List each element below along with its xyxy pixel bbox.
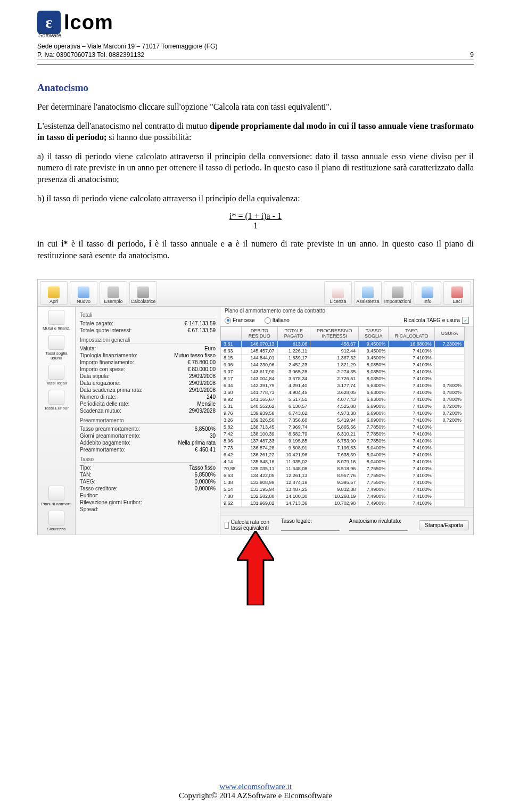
table-row[interactable]: 6,34142.391,794.291,403.177,746,6300%7,4… [221, 382, 465, 389]
table-header: USURA [434, 327, 464, 341]
stampa-button[interactable]: Stampa/Esporta [419, 520, 469, 530]
paragraph: Per determinare l'anatocismo cliccare su… [37, 101, 474, 113]
toolbar-icon [48, 286, 60, 298]
table-row[interactable]: 9,62131.969,8214.713,3610.702,987,4900%7… [221, 500, 465, 507]
toolbar-button-impostazioni[interactable]: Impostazioni [384, 281, 411, 305]
table-row[interactable]: 8,15144.844,011.839,171.367,329,4500%7,4… [221, 355, 465, 362]
toolbar-icon [422, 286, 433, 298]
group-label: Tasso [80, 456, 216, 463]
checkbox-icon [225, 522, 229, 529]
group-label: Preammortamento [80, 417, 216, 424]
toolbar-button-assistenza[interactable]: Assistenza [354, 281, 382, 305]
table-row[interactable]: 8,17143.004,843.678,342.726,518,0850%7,4… [221, 375, 465, 382]
toolbar-button-nuovo[interactable]: Nuovo [70, 281, 97, 305]
divider [37, 60, 474, 60]
paragraph: L'esistenza dell'anatocismo nel contratt… [37, 120, 474, 143]
field-value: € 67.133,59 [187, 327, 216, 333]
toolbar-button-apri[interactable]: Apri [40, 281, 68, 305]
table-row[interactable]: 5,31140.552,626.130,574.525,886,6900%7,4… [221, 403, 465, 410]
logo: ε lcom [37, 11, 474, 34]
copyright: Copyright© 2014 AZSoftware e Elcomsoftwa… [179, 791, 332, 800]
paragraph: in cui i* è il tasso di periodo, i è il … [37, 238, 474, 261]
toolbar-icon [332, 286, 344, 298]
table-row[interactable]: 3,26139.326,507.356,685.419,946,6900%7,4… [221, 417, 465, 424]
nav-item[interactable]: Piani di ammort. [39, 486, 73, 506]
group-label: Impostazioni generali [80, 337, 216, 343]
paragraph: a) il tasso di periodo viene calcolato a… [37, 151, 474, 185]
section-title: Anatocismo [37, 82, 474, 94]
table-row[interactable]: 7,42138.100,398.582,796.310,217,7850%7,4… [221, 431, 465, 438]
table-row[interactable]: 6,33145.457,071.226,11912,449,4500%7,410… [221, 348, 465, 355]
page-number: 9 [470, 51, 474, 59]
table-row[interactable]: 6,63134.422,0512.261,138.957,767,7550%7,… [221, 472, 465, 479]
toolbar-icon [78, 286, 89, 298]
svg-marker-0 [237, 531, 274, 605]
app-screenshot: ApriNuovoEsempioCalcolatrice LicenzaAssi… [37, 279, 474, 535]
logo-wordmark: lcom [64, 11, 113, 34]
toolbar-button-info[interactable]: Info [414, 281, 441, 305]
table-row[interactable]: 9,06144.230,962.452,231.821,298,0850%7,4… [221, 362, 465, 368]
formula: i* = (1 + i)a - 1 1 [37, 211, 474, 231]
table-row[interactable]: 5,14133.195,9413.487,259.832,387,4900%7,… [221, 486, 465, 493]
table-row[interactable]: 4,14135.648,1611.035,028.079,168,0400%7,… [221, 458, 465, 465]
footer-link[interactable]: www.elcomsoftware.it [219, 782, 292, 791]
scrollbar-horizontal[interactable] [220, 507, 473, 515]
radio-dot-icon [265, 317, 271, 324]
calc-equiv-checkbox[interactable]: Calcola rata con tassi equivalenti [225, 519, 271, 531]
table-row[interactable]: 9,76139.939,566.743,624.973,386,6900%7,4… [221, 410, 465, 417]
paragraph: b) il tasso di periodo viene calcolato a… [37, 193, 474, 204]
page-header: ε lcom Software Sede operativa – Viale M… [37, 11, 474, 68]
callout-arrow-icon [37, 531, 474, 605]
toolbar-right: LicenzaAssistenzaImpostazioniInfoEsci [324, 281, 471, 305]
divider [37, 64, 474, 65]
toolbar: ApriNuovoEsempioCalcolatrice LicenzaAssi… [38, 280, 473, 307]
nav-item[interactable]: Mutui e finanz. [39, 310, 73, 331]
toolbar-icon [451, 286, 463, 298]
field-label: Totale pagato: [80, 321, 113, 326]
amortization-table: DEBITORESIDUOTOTALEPAGATOPROGRESSIVOINTE… [220, 326, 465, 507]
toolbar-icon [362, 286, 374, 298]
table-row[interactable]: 70,88135.035,1111.648,088.518,967,7550%7… [221, 465, 465, 472]
checkbox-icon: ✓ [462, 317, 469, 324]
table-row[interactable]: 1,38133.808,9912.874,199.395,577,7550%7,… [221, 479, 465, 486]
table-header: TOTALEPAGATO [277, 327, 310, 341]
nav-icon [48, 390, 64, 405]
table-row[interactable]: 7,73136.874,289.808,917.196,638,0400%7,4… [221, 445, 465, 452]
group-label: Totali [80, 312, 216, 318]
table-row[interactable]: 9,92141.165,675.517,514.077,436,6300%7,4… [221, 396, 465, 403]
radio-francese[interactable]: Francese [225, 317, 255, 324]
toolbar-button-esempio[interactable]: Esempio [100, 281, 127, 305]
table-row[interactable]: 3,60141.778,734.904,453.628,056,6300%7,4… [221, 389, 465, 396]
left-nav: Mutui e finanz.Tassi soglia usuraiTassi … [38, 307, 76, 535]
table-header: PROGRESSIVOINTERESSI [310, 327, 359, 341]
nav-item[interactable]: Sicurezza [39, 511, 73, 531]
nav-icon [48, 310, 64, 325]
table-row[interactable]: 6,42136.261,2210.421,967.638,398,0400%7,… [221, 452, 465, 458]
table-header: TASSOSOGLIA [359, 327, 389, 341]
table-row[interactable]: 9,07143.617,903.065,282.274,358,0850%7,4… [221, 368, 465, 375]
table-row[interactable]: 5,82138.713,457.969,745.865,567,7850%7,4… [221, 424, 465, 431]
nav-item[interactable]: Tassi legali [39, 365, 73, 386]
toolbar-button-calcolatrice[interactable]: Calcolatrice [129, 281, 157, 305]
logo-icon: ε [37, 11, 61, 34]
table-row[interactable]: 7,88132.582,8814.100,3010.268,197,4900%7… [221, 493, 465, 500]
toolbar-button-esci[interactable]: Esci [443, 281, 471, 305]
toolbar-button-licenza[interactable]: Licenza [324, 281, 352, 305]
page-footer: www.elcomsoftware.it Copyright© 2014 AZS… [0, 782, 511, 800]
table-header [221, 327, 242, 341]
radio-dot-icon [225, 317, 231, 324]
radio-italiano[interactable]: Italiano [265, 317, 290, 324]
scrollbar-vertical[interactable] [465, 326, 473, 507]
nav-item[interactable]: Tassi soglia usurai [39, 335, 73, 360]
nav-icon [48, 511, 64, 526]
tasso-legale-field: Tasso legale: [281, 518, 340, 532]
table-row[interactable]: 8,06137.487,339.195,856.753,907,7850%7,4… [221, 438, 465, 445]
table-row[interactable]: 3,61146.070,13613,06456,679,4500%16,6800… [221, 341, 465, 348]
table-header: DEBITORESIDUO [242, 327, 278, 341]
address-line: Sede operativa – Viale Marconi 19 – 7101… [37, 43, 474, 50]
nav-icon [48, 486, 64, 501]
ricalcola-checkbox[interactable]: Ricalcola TAEG e usura ✓ [403, 317, 469, 324]
nav-item[interactable]: Tassi Euribor [39, 390, 73, 411]
field-label: Totale quote interessi: [80, 327, 131, 333]
main-panel: Piano di ammortamento come da contratto … [220, 307, 473, 535]
